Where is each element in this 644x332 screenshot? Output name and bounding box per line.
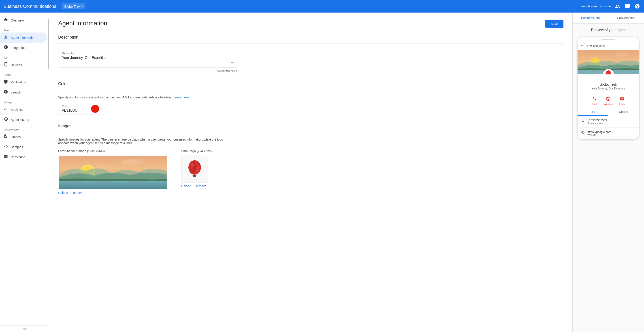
color-subtitle: Specify a color for your agent with a mi… (58, 95, 564, 99)
sidebar-item-agent-history[interactable]: Agent history (0, 115, 47, 125)
phone-action-row: Call Website Email (578, 93, 639, 108)
phone-tab-options[interactable]: Options (608, 108, 639, 116)
svg-line-13 (192, 175, 193, 176)
banner-upload-link[interactable]: Upload (58, 191, 68, 195)
sidebar-label-verification: Verification (11, 80, 26, 84)
sidebar-label-guides: Guides (11, 135, 20, 139)
tab-business-info[interactable]: Business info (572, 13, 608, 23)
sidebar-label-analytics: Analytics (11, 108, 23, 111)
sidebar-label-devices: Devices (11, 63, 22, 67)
color-section: Color Specify a color for your agent wit… (58, 82, 564, 115)
phone-mockup: ← Info & options (577, 37, 640, 140)
phone-info-tabs: Info Options (578, 108, 639, 116)
banner-remove-link[interactable]: Remove (72, 191, 83, 195)
call-label: Call (592, 103, 596, 105)
person-icon (4, 35, 8, 40)
sidebar-item-integrations[interactable]: Integrations (0, 43, 47, 53)
phone-info-row-website: https://google.com Website (578, 127, 639, 139)
help-icon[interactable] (634, 3, 640, 10)
email-icon (619, 95, 625, 102)
sidebar-label-integrations: Integrations (11, 46, 27, 50)
svg-point-5 (131, 159, 144, 164)
description-field[interactable]: Description Your Journey, Our Expertise … (58, 49, 237, 68)
phone-agent-name: Globo Trek (581, 82, 636, 87)
back-icon[interactable]: ← (580, 43, 584, 48)
color-section-title: Color (58, 82, 564, 86)
phone-notch-bar (602, 39, 615, 40)
learn-more-link[interactable]: Learn more (173, 95, 189, 99)
main-content: Agent information Save Description Descr… (49, 13, 572, 332)
sidebar-scrollbar[interactable] (48, 19, 49, 69)
description-section-title: Description (58, 35, 564, 40)
phone-agent-desc: Your Journey, Our Expertise (581, 87, 636, 90)
banner-thumbnail (58, 155, 168, 189)
website-icon (605, 95, 611, 102)
sidebar-item-overview[interactable]: Overview (0, 15, 47, 25)
sidebar-item-verification[interactable]: Verification (0, 77, 47, 87)
sidebar-section-deploy: Deploy (0, 70, 49, 77)
color-swatch[interactable] (91, 105, 99, 113)
website-info-icon (581, 131, 585, 135)
sidebar-label-launch: Launch (11, 91, 21, 94)
banner-actions: Upload Remove (58, 191, 168, 195)
phone-number-icon (581, 119, 585, 123)
right-panel-tabs: Business info Conversation (572, 13, 644, 24)
top-navigation: Business Communications Globo Trek ▾ Lau… (0, 0, 644, 13)
description-section: Description Description Your Journey, Ou… (58, 35, 564, 73)
chat-icon[interactable] (624, 3, 630, 10)
topnav-right: Launch admin console (580, 3, 640, 10)
analytics-icon (4, 107, 8, 112)
phone-agent-info: Globo Trek Your Journey, Our Expertise (578, 74, 639, 93)
sidebar-scroll-down[interactable] (0, 325, 49, 332)
brand-name: Globo Trek (64, 5, 80, 8)
phone-banner (578, 50, 639, 74)
guides-icon (4, 134, 8, 140)
people-icon[interactable] (614, 3, 621, 10)
phone-tab-info[interactable]: Info (578, 108, 608, 116)
logo-remove-link[interactable]: Remove (195, 184, 206, 188)
description-chars-left: 73 characters left (58, 70, 237, 73)
sidebar-label-overview: Overview (11, 19, 24, 22)
page-title: Agent information (58, 20, 107, 27)
home-icon (4, 18, 8, 23)
phone-nav: ← Info & options (578, 42, 639, 50)
call-icon (592, 95, 598, 102)
phone-icon (4, 62, 8, 68)
svg-point-6 (96, 164, 110, 168)
brand-selector[interactable]: Globo Trek ▾ (62, 3, 85, 9)
launch-admin-link[interactable]: Launch admin console (580, 5, 611, 8)
sidebar-item-devices[interactable]: Devices (0, 60, 47, 70)
color-input[interactable]: Color* #E91B0C (58, 103, 103, 115)
phone-action-call[interactable]: Call (592, 95, 598, 105)
tab-conversation[interactable]: Conversation (608, 13, 644, 23)
history-icon (4, 117, 8, 122)
phone-action-website[interactable]: Website (604, 95, 613, 105)
sidebar-item-samples[interactable]: Samples (0, 142, 47, 152)
page-header: Agent information Save (58, 20, 564, 28)
images-subtitle: Specify images for your agent. The banne… (58, 138, 233, 145)
sidebar-item-agent-information[interactable]: Agent information (0, 33, 47, 43)
sidebar-label-reference: Reference (11, 155, 25, 159)
sidebar-item-reference[interactable]: Reference (0, 152, 47, 162)
color-value[interactable]: #E91B0C (62, 108, 78, 112)
phone-number-label: Primary phone (588, 122, 607, 125)
phone-nav-label: Info & options (587, 44, 605, 47)
logo-upload-link[interactable]: Upload (181, 184, 191, 188)
sidebar-item-launch[interactable]: Launch (0, 87, 47, 97)
right-panel: Business info Conversation Preview of yo… (572, 13, 644, 332)
save-button[interactable]: Save (545, 20, 564, 28)
phone-action-email[interactable]: Email (619, 95, 625, 105)
images-section: Images Specify images for your agent. Th… (58, 124, 564, 195)
chevron-down-icon: ▾ (81, 4, 83, 8)
sidebar-item-guides[interactable]: Guides (0, 132, 47, 142)
description-value[interactable]: Your Journey, Our Expertise (62, 56, 234, 65)
phone-number-value: +15555555555 (588, 119, 607, 122)
banner-column: Large banner image (1440 x 448) (58, 149, 168, 195)
images-row: Large banner image (1440 x 448) (58, 149, 564, 195)
integrations-icon (4, 45, 8, 50)
logo-thumbnail (181, 155, 208, 183)
edit-icon[interactable]: ✏ (231, 61, 234, 65)
sidebar-item-analytics[interactable]: Analytics (0, 104, 47, 115)
preview-label: Preview of your agent (572, 24, 644, 35)
svg-point-19 (616, 53, 627, 57)
